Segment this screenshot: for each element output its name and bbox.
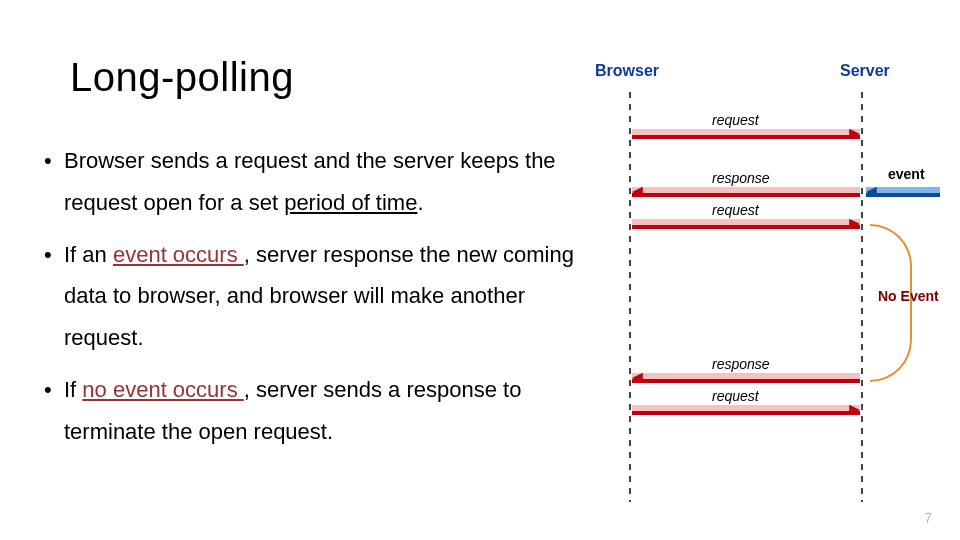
- slide: Long-polling Browser sends a request and…: [0, 0, 960, 540]
- diagram-header-server: Server: [840, 62, 890, 80]
- arrow-label: response: [712, 170, 770, 186]
- bullet-list: Browser sends a request and the server k…: [40, 140, 580, 453]
- diagram-header-browser: Browser: [595, 62, 659, 80]
- slide-title: Long-polling: [70, 55, 294, 100]
- arrow-label: request: [712, 388, 759, 404]
- arrow-label: event: [888, 166, 925, 182]
- sequence-diagram: Browser Server requestresponseeventreque…: [580, 62, 950, 522]
- arrow-label: request: [712, 202, 759, 218]
- arrow-label: response: [712, 356, 770, 372]
- bullet-item: Browser sends a request and the server k…: [40, 140, 580, 224]
- no-event-label: No Event: [878, 288, 939, 304]
- arrow-label: request: [712, 112, 759, 128]
- bullet-item: If no event occurs , server sends a resp…: [40, 369, 580, 453]
- page-number: 7: [924, 510, 932, 526]
- bullet-item: If an event occurs , server response the…: [40, 234, 580, 359]
- slide-body: Browser sends a request and the server k…: [40, 140, 580, 463]
